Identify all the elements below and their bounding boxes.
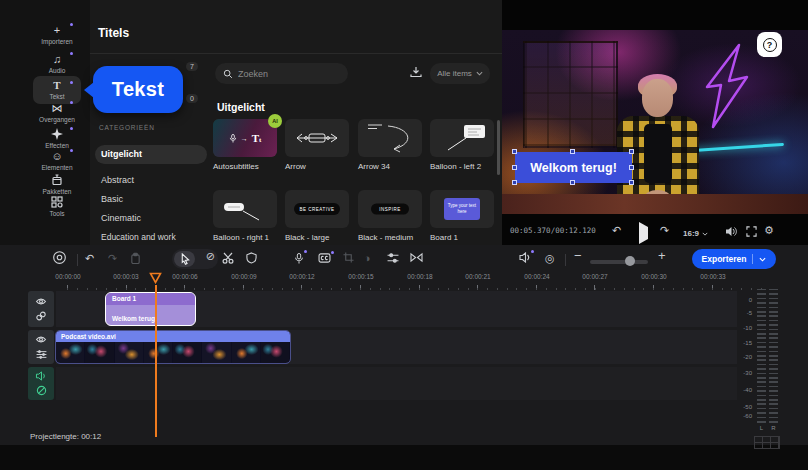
ruler-label: 00:00:15 [348,273,373,280]
template-thumbnail [358,119,422,157]
visibility-eye-icon[interactable] [35,335,47,344]
title-template-board1[interactable]: Type your text here Board 1 [430,190,494,242]
timeline-clip-board1[interactable]: Board 1 Welkom terug! [105,292,196,326]
text-overlay-box[interactable]: Welkom terug! [515,152,632,183]
jump-back-button[interactable]: ↶ [612,222,621,238]
lightning-bolt-graphic [701,43,753,135]
title-template-arrow[interactable]: Arrow [285,119,349,171]
ruler-label: 00:00:33 [700,273,725,280]
sidebar-item-transitions[interactable]: ⋈ Overgangen [25,102,89,123]
undo-button[interactable]: ↶ [85,251,94,265]
paste-button[interactable] [130,252,141,265]
timeline-zoom-knob[interactable] [625,256,635,266]
audio-mixer-button[interactable] [519,252,531,263]
search-input[interactable] [238,69,338,79]
category-uitgelicht[interactable]: Uitgelicht [95,145,207,164]
package-icon [25,174,89,187]
crop-button[interactable] [343,252,354,263]
slip-tool-button[interactable]: ⊘ [206,250,215,263]
audio-speaker-icon[interactable] [35,371,47,381]
hidden-item-count-badge: 7 [186,62,198,71]
transition-wizard-button[interactable] [410,252,423,263]
presenter-shirt [644,124,672,183]
audio-track-lane[interactable] [56,367,737,400]
sidebar-item-audio[interactable]: ♫ Audio [25,53,89,74]
template-name: Balloon - left 2 [430,162,494,171]
filters-icon[interactable] [36,350,47,359]
selection-handle[interactable] [629,165,634,170]
captions-button[interactable] [318,253,331,263]
sidebar-item-label: Tools [25,210,89,217]
category-abstract[interactable]: Abstract [95,171,207,190]
play-button[interactable] [639,225,648,241]
sidebar-item-packages[interactable]: Pakketten [25,174,89,195]
record-button[interactable] [52,250,67,265]
playhead-handle[interactable] [149,272,162,284]
color-adjust-button[interactable]: ◑ [364,251,371,265]
marker-button[interactable] [246,252,257,264]
meter-label: -40 [743,387,752,393]
template-thumbnail [430,119,494,157]
motion-tracking-button[interactable]: ◎ [545,251,555,265]
new-dot [70,149,73,152]
timeline-zoom-slider[interactable] [590,260,648,264]
volume-button[interactable] [725,226,737,237]
split-button[interactable] [222,252,234,264]
selection-handle[interactable] [629,149,634,154]
panel-scrollbar[interactable] [497,120,500,175]
properties-button[interactable] [387,253,399,263]
jump-forward-button[interactable]: ↷ [660,222,669,238]
zoom-out-button[interactable]: − [574,249,582,263]
selection-handle[interactable] [570,180,575,185]
selection-handle[interactable] [570,149,575,154]
voiceover-button[interactable] [294,252,304,265]
zoom-in-button[interactable]: + [658,249,666,263]
title-template-balloon-right1[interactable]: Balloon - right 1 [213,190,277,242]
meter-label: 0 [749,297,752,303]
gear-icon: ⚙ [764,224,774,236]
pointer-tool-button[interactable] [174,251,195,267]
selection-handle[interactable] [512,180,517,185]
chevron-down-icon [702,232,708,236]
category-cinematic[interactable]: Cinematic [95,209,207,228]
export-button[interactable]: Exporteren [692,249,776,269]
meter-channel-label: R [769,425,778,431]
selection-handle[interactable] [512,149,517,154]
playhead-line[interactable] [155,285,157,437]
sidebar-item-elements[interactable]: ☺ Elementen [25,150,89,171]
category-basic[interactable]: Basic [95,190,207,209]
fullscreen-icon [746,226,757,237]
selection-handle[interactable] [629,180,634,185]
neon-light [692,143,784,152]
filter-dropdown[interactable]: Alle items [430,63,490,84]
sticker-face-icon: ☺ [25,150,89,163]
ruler-label: 00:00:06 [172,273,197,280]
title-template-arrow34[interactable]: Arrow 34 [358,119,422,171]
sidebar-item-text[interactable]: T Tekst [33,76,81,104]
help-button[interactable]: ? [757,32,782,57]
aspect-ratio-value: 16:9 [683,226,699,242]
title-template-black-medium[interactable]: INSPIRE Black - medium [358,190,422,242]
link-icon[interactable] [35,311,47,321]
sidebar-item-effects[interactable]: Effecten [25,128,89,149]
mute-icon[interactable] [36,385,47,396]
tekst-tooltip-callout: Tekst [93,66,183,113]
redo-button[interactable]: ↷ [108,251,117,265]
sidebar-item-tools[interactable]: Tools [25,196,89,217]
visibility-eye-icon[interactable] [35,297,47,306]
fullscreen-button[interactable] [746,226,757,237]
selection-handle[interactable] [512,165,517,170]
timeline-clip-podcast-video[interactable]: Podcast video.avi [56,331,290,363]
settings-button[interactable]: ⚙ [764,222,774,238]
title-template-autosubtitles[interactable]: → Tt AI Autosubtitles [213,119,277,171]
title-template-black-large[interactable]: BE CREATIVE Black - large [285,190,349,242]
search-input-wrapper[interactable] [215,63,348,84]
download-button[interactable] [410,66,422,78]
crop-icon [343,252,354,263]
ruler-label: 00:00:09 [231,273,256,280]
aspect-ratio-dropdown[interactable]: 16:9 [683,226,708,242]
title-template-balloon-left2[interactable]: Balloon - left 2 [430,119,494,171]
template-name: Board 1 [430,233,494,242]
sidebar-item-import[interactable]: + Importeren [25,24,89,45]
meter-options-button[interactable] [754,436,780,449]
